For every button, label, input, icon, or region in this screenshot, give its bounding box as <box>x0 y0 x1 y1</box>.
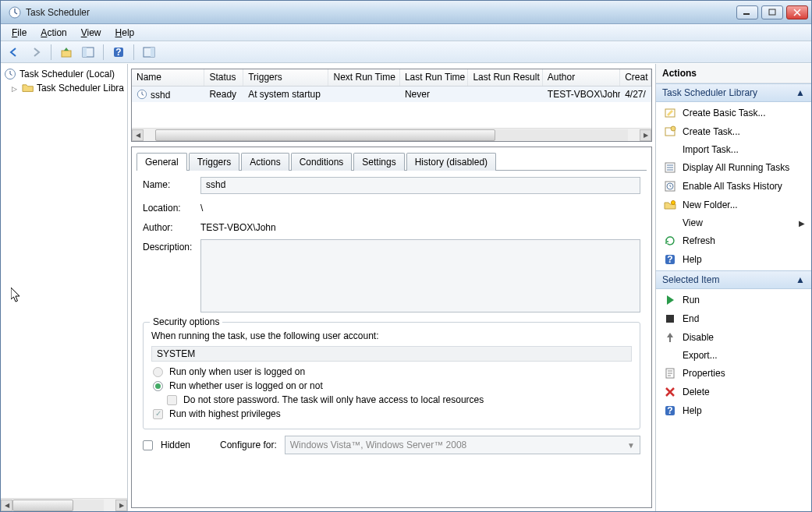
column-header-author[interactable]: Author <box>543 69 620 86</box>
task-name-cell: sshd <box>132 87 204 102</box>
check-highest-privileges[interactable] <box>153 409 163 419</box>
menu-view[interactable]: View <box>75 26 108 40</box>
tree-pane: Task Scheduler (Local) ▷ Task Scheduler … <box>1 64 128 511</box>
tab-conditions[interactable]: Conditions <box>291 153 353 171</box>
radio-whether-label: Run whether user is logged on or not <box>169 380 323 391</box>
action-export[interactable]: Export... <box>656 347 811 364</box>
check-hidden[interactable] <box>143 440 153 450</box>
svg-point-14 <box>671 126 675 131</box>
back-button[interactable] <box>5 44 23 61</box>
radio-whether[interactable] <box>153 381 163 391</box>
help-icon: ? <box>664 253 676 266</box>
tree-library-label: Task Scheduler Libra <box>37 83 124 94</box>
hidden-label: Hidden <box>161 440 190 450</box>
svg-rect-2 <box>769 9 775 15</box>
titlebar[interactable]: Task Scheduler <box>1 1 811 24</box>
action-help[interactable]: ?Help <box>656 250 811 269</box>
location-value: \ <box>200 200 640 214</box>
action-delete[interactable]: Delete <box>656 383 811 401</box>
svg-rect-21 <box>666 315 674 323</box>
delete-icon <box>664 386 676 398</box>
refresh-icon <box>664 235 676 247</box>
close-button[interactable] <box>786 5 808 19</box>
tree-root[interactable]: Task Scheduler (Local) <box>2 67 126 81</box>
run-icon <box>664 294 676 306</box>
task-list: NameStatusTriggersNext Run TimeLast Run … <box>131 69 652 142</box>
actions-section-selected[interactable]: Selected Item ▲ <box>656 270 811 289</box>
show-hide-action-pane-button[interactable] <box>140 44 158 61</box>
help-icon: ? <box>664 404 676 417</box>
task-list-scrollbar[interactable]: ◀ ▶ <box>132 128 651 141</box>
tab-actions[interactable]: Actions <box>241 153 289 171</box>
tree-library[interactable]: ▷ Task Scheduler Libra <box>2 81 126 95</box>
column-header-triggers[interactable]: Triggers <box>243 69 328 86</box>
radio-logged-on[interactable] <box>153 367 163 377</box>
app-icon <box>9 6 21 19</box>
scheduler-icon <box>4 68 16 80</box>
column-header-next-run-time[interactable]: Next Run Time <box>328 69 399 86</box>
action-run[interactable]: Run <box>656 291 811 309</box>
actions-pane: Actions Task Scheduler Library ▲ Create … <box>655 64 811 511</box>
action-view[interactable]: View▶ <box>656 214 811 231</box>
action-refresh[interactable]: Refresh <box>656 231 811 250</box>
column-header-creat[interactable]: Creat <box>620 69 651 86</box>
svg-text:?: ? <box>667 254 672 265</box>
description-field[interactable] <box>200 239 640 312</box>
svg-rect-9 <box>151 48 154 57</box>
collapse-icon: ▲ <box>796 274 805 285</box>
action-end[interactable]: End <box>656 309 811 328</box>
action-disable[interactable]: Disable <box>656 328 811 347</box>
configure-for-value: Windows Vista™, Windows Server™ 2008 <box>290 440 467 450</box>
check-highest-label: Run with highest privileges <box>169 408 281 419</box>
tab-settings[interactable]: Settings <box>353 153 404 171</box>
svg-rect-22 <box>669 337 671 342</box>
minimize-button[interactable] <box>736 5 758 19</box>
end-icon <box>664 312 676 325</box>
window-title: Task Scheduler <box>26 7 736 18</box>
name-label: Name: <box>143 177 200 190</box>
history-icon <box>664 180 676 192</box>
action-properties[interactable]: Properties <box>656 364 811 383</box>
description-label: Description: <box>143 239 200 252</box>
tree-scrollbar[interactable]: ◀ ▶ <box>1 498 127 511</box>
svg-rect-1 <box>743 13 750 15</box>
tree-root-label: Task Scheduler (Local) <box>20 69 115 79</box>
action-new-folder[interactable]: New Folder... <box>656 196 811 214</box>
tab-general[interactable]: General <box>137 153 187 171</box>
column-header-last-run-result[interactable]: Last Run Result <box>468 69 542 86</box>
collapse-icon: ▲ <box>796 87 805 98</box>
folder-icon <box>22 82 34 94</box>
author-value: TEST-VBOX\John <box>200 220 640 233</box>
column-header-status[interactable]: Status <box>204 69 243 86</box>
action-help[interactable]: ?Help <box>656 401 811 420</box>
column-header-last-run-time[interactable]: Last Run Time <box>400 69 468 86</box>
author-label: Author: <box>143 220 200 233</box>
show-hide-tree-button[interactable] <box>80 44 97 61</box>
name-field[interactable]: sshd <box>200 177 640 194</box>
tab-triggers[interactable]: Triggers <box>189 153 240 171</box>
menu-help[interactable]: Help <box>109 26 141 40</box>
action-import-task[interactable]: Import Task... <box>656 141 811 158</box>
configure-for-combo[interactable]: Windows Vista™, Windows Server™ 2008 ▼ <box>285 436 640 454</box>
check-no-store-password[interactable] <box>167 395 177 405</box>
action-display-all-running-tasks[interactable]: Display All Running Tasks <box>656 158 811 177</box>
list-icon <box>664 161 676 174</box>
forward-button[interactable] <box>27 44 44 61</box>
account-label: When running the task, use the following… <box>151 330 632 341</box>
help-toolbar-button[interactable]: ? <box>110 44 127 61</box>
configure-for-label: Configure for: <box>220 440 277 450</box>
task-row[interactable]: sshdReadyAt system startupNeverTEST-VBOX… <box>132 87 651 102</box>
menu-action[interactable]: Action <box>34 26 73 40</box>
actions-section-library[interactable]: Task Scheduler Library ▲ <box>656 83 811 102</box>
action-enable-all-tasks-history[interactable]: Enable All Tasks History <box>656 177 811 196</box>
up-level-button[interactable] <box>58 44 75 61</box>
action-create-basic-task[interactable]: Create Basic Task... <box>656 104 811 122</box>
menu-file[interactable]: File <box>5 26 33 40</box>
actions-title: Actions <box>656 64 811 83</box>
column-header-name[interactable]: Name <box>132 69 204 86</box>
expand-icon[interactable]: ▷ <box>12 85 19 92</box>
tab-history[interactable]: History (disabled) <box>406 153 496 171</box>
svg-text:?: ? <box>667 405 672 416</box>
maximize-button[interactable] <box>761 5 783 19</box>
action-create-task[interactable]: Create Task... <box>656 122 811 141</box>
